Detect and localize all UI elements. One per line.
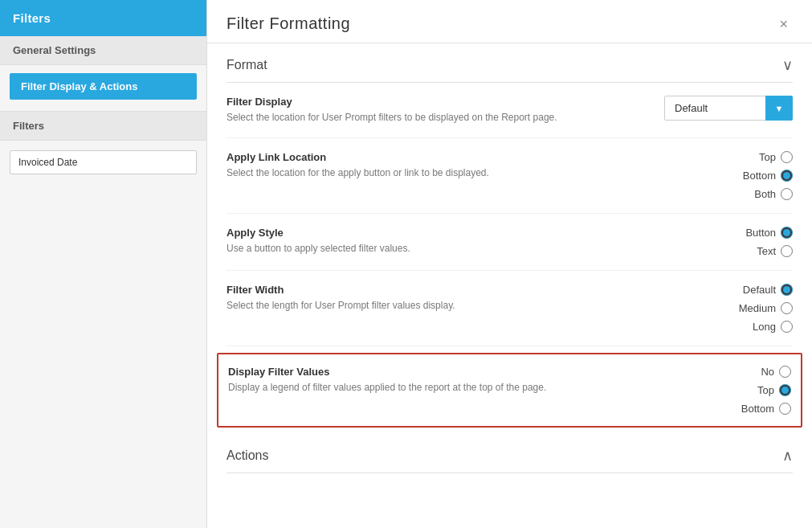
filters-label: Filters — [13, 120, 44, 132]
general-settings-section: General Settings — [0, 36, 206, 65]
apply-style-text-label: Text — [757, 245, 776, 257]
general-settings-label: General Settings — [13, 44, 96, 56]
actions-section: Actions — [226, 434, 793, 473]
filter-display-select-wrapper: Default Top Bottom Hidden — [664, 96, 793, 121]
display-filter-values-desc: Display a legend of filter values applie… — [228, 381, 663, 395]
apply-style-controls: Button Text — [664, 227, 793, 257]
sidebar: Filters General Settings Filter Display … — [0, 0, 207, 528]
display-filter-values-no-row: No — [761, 366, 791, 378]
filter-width-controls: Default Medium Long — [664, 284, 793, 333]
display-filter-values-bottom-radio[interactable] — [779, 403, 791, 415]
display-filter-values-info: Display Filter Values Display a legend o… — [228, 366, 663, 395]
apply-link-top-radio[interactable] — [781, 151, 793, 163]
display-filter-values-row: Display Filter Values Display a legend o… — [217, 353, 802, 428]
filter-width-medium-row: Medium — [739, 302, 793, 314]
apply-style-label: Apply Style — [226, 227, 664, 239]
apply-link-location-row: Apply Link Location Select the location … — [226, 138, 793, 214]
main-dialog: Filter Formatting × Format Filter Displa… — [207, 0, 812, 528]
apply-link-info: Apply Link Location Select the location … — [226, 151, 664, 180]
filter-display-desc: Select the location for User Prompt filt… — [226, 111, 664, 125]
format-section-title: Format — [226, 58, 267, 72]
filter-display-actions-item: Filter Display & Actions — [10, 73, 197, 100]
apply-link-both-radio[interactable] — [781, 188, 793, 200]
filter-item — [10, 150, 197, 174]
apply-style-button-radio[interactable] — [781, 227, 793, 239]
filter-display-actions-button[interactable]: Filter Display & Actions — [10, 73, 197, 100]
filter-display-select[interactable]: Default Top Bottom Hidden — [664, 96, 793, 121]
apply-link-top-label: Top — [759, 151, 776, 163]
filter-width-medium-label: Medium — [739, 302, 776, 314]
display-filter-values-label: Display Filter Values — [228, 366, 663, 378]
invoiced-date-input[interactable] — [10, 150, 197, 174]
apply-style-info: Apply Style Use a button to apply select… — [226, 227, 664, 256]
filter-width-default-label: Default — [743, 284, 776, 296]
apply-link-label: Apply Link Location — [226, 151, 664, 163]
apply-link-both-label: Both — [754, 188, 776, 200]
apply-style-button-label: Button — [745, 227, 776, 239]
display-filter-values-bottom-label: Bottom — [741, 403, 774, 415]
display-filter-values-no-label: No — [761, 366, 774, 378]
filter-display-label: Filter Display — [226, 96, 664, 108]
apply-link-controls: Top Bottom Both — [664, 151, 793, 200]
format-section-header[interactable]: Format — [226, 43, 793, 83]
filter-width-default-radio[interactable] — [781, 284, 793, 296]
format-chevron-icon — [782, 56, 793, 74]
filters-section: Filters — [0, 111, 206, 184]
display-filter-values-no-radio[interactable] — [779, 366, 791, 378]
display-filter-values-controls: No Top Bottom — [663, 366, 791, 415]
sidebar-header-label: Filters — [13, 11, 51, 25]
dialog-title: Filter Formatting — [226, 14, 350, 33]
filter-width-default-row: Default — [743, 284, 793, 296]
actions-section-header[interactable]: Actions — [226, 434, 793, 473]
dialog-body: Format Filter Display Select the locatio… — [207, 43, 812, 528]
filter-width-long-row: Long — [753, 321, 793, 333]
display-filter-values-top-row: Top — [757, 384, 791, 396]
apply-link-top-radio-row: Top — [759, 151, 793, 163]
apply-link-both-radio-row: Both — [754, 188, 793, 200]
apply-link-desc: Select the location for the apply button… — [226, 166, 664, 180]
filter-display-controls: Default Top Bottom Hidden — [664, 96, 793, 121]
filter-display-row: Filter Display Select the location for U… — [226, 83, 793, 138]
filter-width-long-radio[interactable] — [781, 321, 793, 333]
close-button[interactable]: × — [774, 15, 793, 33]
actions-chevron-icon — [782, 447, 793, 465]
apply-style-text-radio-row: Text — [757, 245, 793, 257]
display-filter-values-bottom-row: Bottom — [741, 403, 791, 415]
actions-section-title: Actions — [226, 448, 268, 463]
dialog-header: Filter Formatting × — [207, 0, 812, 43]
apply-link-bottom-radio[interactable] — [781, 170, 793, 182]
display-filter-values-top-radio[interactable] — [779, 384, 791, 396]
filter-width-long-label: Long — [753, 321, 776, 333]
filter-width-desc: Select the length for User Prompt filter… — [226, 299, 664, 313]
display-filter-values-top-label: Top — [757, 384, 774, 396]
apply-link-bottom-radio-row: Bottom — [743, 170, 793, 182]
apply-style-button-radio-row: Button — [745, 227, 793, 239]
format-section: Format Filter Display Select the locatio… — [226, 43, 793, 428]
apply-style-text-radio[interactable] — [781, 245, 793, 257]
filter-width-info: Filter Width Select the length for User … — [226, 284, 664, 313]
filter-display-info: Filter Display Select the location for U… — [226, 96, 664, 125]
apply-style-desc: Use a button to apply selected filter va… — [226, 242, 664, 256]
filter-width-row: Filter Width Select the length for User … — [226, 271, 793, 346]
app-container: Filters General Settings Filter Display … — [0, 0, 812, 528]
filters-section-title: Filters — [0, 111, 206, 141]
filter-width-label: Filter Width — [226, 284, 664, 296]
sidebar-header: Filters — [0, 0, 206, 36]
apply-style-row: Apply Style Use a button to apply select… — [226, 214, 793, 271]
apply-link-bottom-label: Bottom — [743, 170, 776, 182]
filter-width-medium-radio[interactable] — [781, 302, 793, 314]
